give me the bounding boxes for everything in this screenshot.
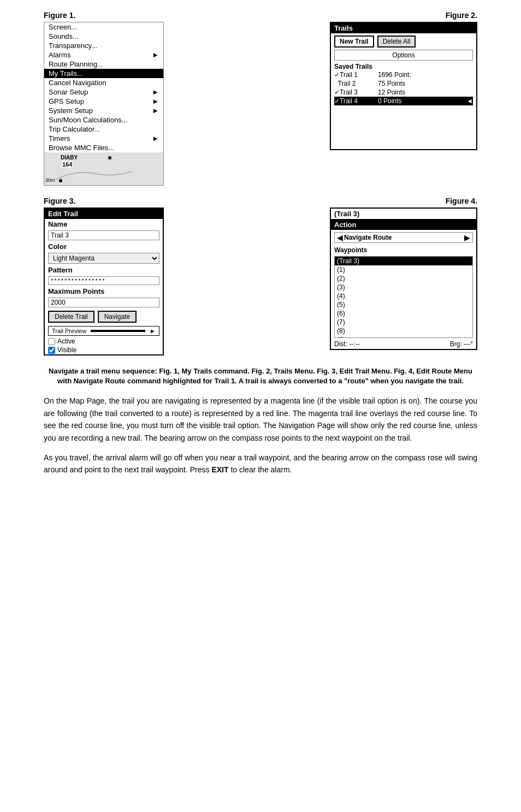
map-preview: DIABY 164 30m [44,152,163,185]
nav-right-arrow-icon: ▶ [464,233,470,242]
menu-item-system-setup[interactable]: System Setup ► [44,106,163,115]
dist-label: Dist: --:-- [334,340,360,348]
color-select[interactable]: Light Magenta [48,253,159,264]
waypoints-list[interactable]: (Trail 3) (1) (2) (3) (4) (5) (6) (7) (8… [334,256,473,338]
edit-btn-row: Delete Trail Navigate [45,309,163,325]
trail-points-2: 75 Points [378,80,473,87]
trail-preview-arrow: ► [150,328,156,334]
arrow-icon: ► [152,51,159,59]
body-paragraph-2: As you travel, the arrival alarm will go… [44,452,477,476]
waypoint-item-8[interactable]: (8) [335,327,472,335]
edit-trail-header: Edit Trail [45,209,163,219]
trail3-header: (Trail 3) [331,209,476,220]
navigate-route-label: Navigate Route [344,234,464,241]
menu-item-timers[interactable]: Timers ► [44,134,163,143]
svg-point-1 [108,156,111,159]
trail-name-1: ✓Trail 1 [334,71,378,79]
pattern-input[interactable] [48,276,159,285]
figure-4-trail3: (Trail 3) Action ◀ Navigate Route ▶ Wayp… [330,208,477,350]
waypoint-trail3-header: (Trail 3) [335,257,472,265]
trail-row-4[interactable]: ✓Trail 4 0 Points ◄ [334,97,473,105]
trail-preview-bar [91,330,145,332]
visible-label: Visible [57,346,76,354]
trail-arrow-icon: ◄ [466,97,473,105]
trail-row-3[interactable]: ✓Trail 3 12 Points [334,88,473,97]
new-trail-button[interactable]: New Trail [334,35,374,48]
menu-item-trip-calculator[interactable]: Trip Calculator... [44,125,163,134]
active-label: Active [57,337,75,345]
menu-item-screen[interactable]: Screen... [44,22,163,32]
menu-item-cancel-navigation[interactable]: Cancel Navigation [44,78,163,87]
dist-brg-row: Dist: --:-- Brg: ---° [331,339,476,349]
trail-row-1[interactable]: ✓Trail 1 1696 Point: [334,70,473,79]
trail-preview: Trail Preview ► [48,326,159,336]
menu-item-sun-moon[interactable]: Sun/Moon Calculations... [44,115,163,125]
waypoint-item-6[interactable]: (6) [335,309,472,318]
trails-header: Trails [331,23,476,33]
visible-row: Visible [45,346,163,354]
figure-1-container: Figure 1. Screen... Sounds... Transparen… [44,11,255,186]
trail-points-1: 1696 Point: [378,71,473,79]
waypoint-item-7[interactable]: (7) [335,318,472,327]
trail-points-3: 12 Points [378,88,473,96]
trail-row-2[interactable]: Trail 2 75 Points [334,79,473,88]
trail-name-input[interactable] [48,230,159,240]
svg-point-0 [59,179,62,182]
delete-all-button[interactable]: Delete All [377,35,416,48]
waypoint-item-3[interactable]: (3) [335,283,472,292]
trail-preview-label: Trail Preview [52,328,86,334]
figure-4-label: Figure 4. [446,197,477,205]
figure-3-container: Figure 3. Edit Trail Name Color Light Ma… [44,197,255,355]
waypoints-label: Waypoints [331,245,476,255]
menu-item-alarms[interactable]: Alarms ► [44,50,163,60]
map-svg [44,152,163,185]
waypoint-item-1[interactable]: (1) [335,265,472,274]
arrow-icon: ► [152,97,159,105]
menu-item-transparency[interactable]: Transparency... [44,41,163,50]
color-label: Color [45,241,163,252]
waypoint-item-9[interactable]: (9) [335,335,472,338]
trail-name-3: ✓Trail 3 [334,88,378,96]
brg-label: Brg: ---° [450,340,473,348]
figure-2-label: Figure 2. [446,11,477,20]
trails-btn-row: New Trail Delete All [331,33,476,50]
trail-name-2: Trail 2 [334,80,378,87]
figure-2-container: Figure 2. Trails New Trail Delete All Op… [266,11,477,186]
arrow-icon: ► [152,88,159,96]
waypoint-item-2[interactable]: (2) [335,274,472,283]
active-checkbox[interactable] [48,338,55,345]
figure-1-label: Figure 1. [44,11,75,20]
trails-spacer [331,105,476,149]
arrow-icon: ► [152,106,159,115]
caption: Navigate a trail menu sequence: Fig. 1, … [44,366,477,386]
figure-1-menu: Screen... Sounds... Transparency... Alar… [44,22,164,186]
visible-checkbox[interactable] [48,347,55,354]
menu-item-route-planning[interactable]: Route Planning... [44,60,163,69]
waypoint-item-5[interactable]: (5) [335,300,472,309]
menu-item-sounds[interactable]: Sounds... [44,32,163,41]
menu-item-gps-setup[interactable]: GPS Setup ► [44,97,163,106]
options-button[interactable]: Options [334,50,473,61]
max-points-input[interactable] [48,298,159,307]
trail-name-4: ✓Trail 4 [334,97,378,105]
saved-trails-label: Saved Trails [331,63,476,70]
figure-2-trails: Trails New Trail Delete All Options Save… [330,22,477,150]
figure-3-label: Figure 3. [44,197,75,205]
pattern-label: Pattern [45,265,163,275]
figure-4-container: Figure 4. (Trail 3) Action ◀ Navigate Ro… [266,197,477,355]
navigate-route-row[interactable]: ◀ Navigate Route ▶ [334,232,473,243]
figure-3-edit-trail: Edit Trail Name Color Light Magenta Patt… [44,208,164,355]
nav-left-arrow-icon: ◀ [337,233,343,242]
active-row: Active [45,337,163,346]
name-label: Name [45,219,163,229]
navigate-button[interactable]: Navigate [98,311,137,323]
arrow-icon: ► [152,134,159,143]
action-label: Action [331,220,476,230]
menu-item-browse-mmc[interactable]: Browse MMC Files... [44,143,163,152]
trails-table: ✓Trail 1 1696 Point: Trail 2 75 Points ✓… [331,70,476,105]
menu-item-sonar-setup[interactable]: Sonar Setup ► [44,87,163,97]
delete-trail-button[interactable]: Delete Trail [48,311,94,323]
menu-item-my-trails[interactable]: My Trails... [44,69,163,78]
waypoint-item-4[interactable]: (4) [335,292,472,300]
trail-points-4: 0 Points [378,97,466,105]
